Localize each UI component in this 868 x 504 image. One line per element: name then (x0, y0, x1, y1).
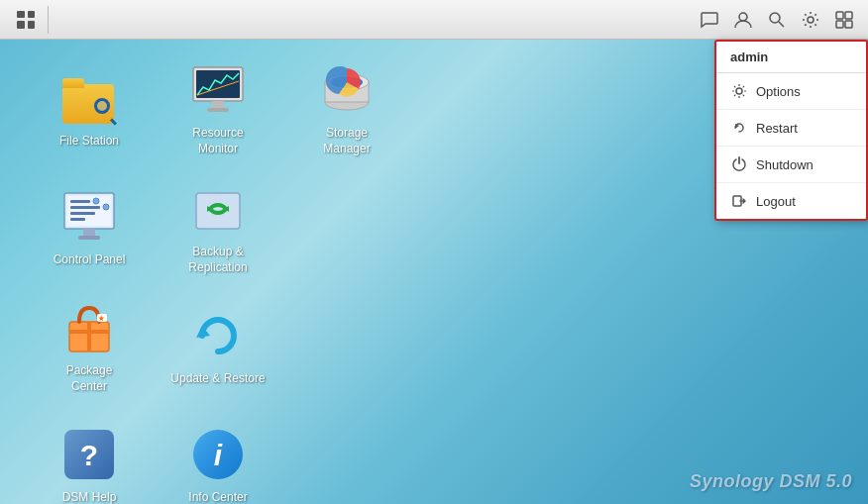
storage-manager-svg (319, 62, 375, 118)
widgets-icon (834, 10, 854, 30)
svg-rect-11 (207, 108, 229, 112)
restart-label: Restart (756, 121, 798, 136)
control-panel-icon[interactable]: Control Panel (30, 168, 149, 287)
svg-rect-5 (845, 12, 852, 19)
svg-point-0 (739, 13, 747, 21)
svg-text:?: ? (80, 439, 98, 471)
dropdown-logout[interactable]: Logout (716, 183, 866, 219)
chat-button[interactable] (694, 4, 725, 36)
control-panel-label: Control Panel (54, 252, 126, 268)
desktop-icons-container: File Station ResourceMonitor (30, 50, 416, 504)
taskbar-left (0, 2, 694, 38)
settings-button[interactable] (795, 4, 826, 36)
svg-text:★: ★ (98, 315, 105, 322)
svg-point-23 (93, 198, 99, 204)
desktop: File Station ResourceMonitor (0, 0, 868, 504)
settings-icon (801, 10, 820, 30)
info-center-label: Info Center (188, 490, 247, 504)
options-label: Options (756, 84, 801, 99)
taskbar-divider (48, 6, 49, 34)
svg-rect-20 (70, 206, 100, 209)
resource-monitor-svg (191, 65, 245, 115)
resource-monitor-icon[interactable]: ResourceMonitor (159, 50, 277, 168)
user-button[interactable] (727, 4, 759, 36)
options-icon (730, 82, 748, 100)
svg-point-40 (736, 88, 742, 94)
grid-icon (17, 11, 35, 29)
resource-monitor-label: ResourceMonitor (192, 126, 243, 156)
dropdown-restart[interactable]: Restart (716, 110, 866, 147)
taskbar-right (694, 4, 868, 36)
backup-replication-icon[interactable]: Backup & Replication (159, 168, 277, 287)
svg-rect-25 (83, 229, 95, 236)
update-restore-label: Update & Restore (170, 371, 265, 387)
svg-rect-19 (70, 200, 90, 203)
info-center-svg: i (191, 428, 245, 481)
svg-line-2 (779, 22, 784, 27)
user-dropdown-menu: admin Options Restart (714, 40, 868, 221)
dropdown-shutdown[interactable]: Shutdown (716, 147, 866, 183)
svg-point-1 (770, 13, 780, 23)
shutdown-icon (730, 155, 748, 173)
app-grid-button[interactable] (8, 2, 44, 38)
file-station-icon[interactable]: File Station (30, 50, 149, 168)
search-button[interactable] (761, 4, 793, 36)
logout-label: Logout (756, 194, 796, 209)
dropdown-options[interactable]: Options (716, 73, 866, 110)
file-station-label: File Station (59, 134, 119, 150)
synology-watermark: Synology DSM 5.0 (690, 471, 852, 492)
search-icon (767, 10, 787, 30)
restart-icon (730, 119, 748, 137)
dsm-help-icon[interactable]: ? DSM Help (30, 406, 149, 504)
logout-icon (730, 192, 748, 210)
storage-manager-icon[interactable]: StorageManager (287, 50, 406, 168)
info-center-icon[interactable]: i Info Center (159, 406, 277, 504)
folder-tab (62, 78, 84, 88)
package-center-svg: ★ (61, 300, 117, 355)
taskbar (0, 0, 868, 40)
update-restore-svg (190, 308, 246, 363)
backup-replication-label: Backup & Replication (166, 245, 270, 275)
update-restore-icon[interactable]: Update & Restore (159, 287, 277, 406)
svg-rect-21 (70, 212, 95, 215)
magnifier (94, 98, 118, 122)
svg-point-24 (103, 204, 109, 210)
dsm-help-svg: ? (62, 428, 116, 481)
shutdown-label: Shutdown (756, 157, 814, 172)
svg-rect-6 (836, 21, 843, 28)
svg-rect-4 (836, 12, 843, 19)
storage-manager-label: StorageManager (323, 126, 370, 156)
svg-point-3 (808, 17, 814, 23)
svg-rect-32 (87, 322, 91, 352)
user-icon (733, 10, 753, 30)
package-center-icon[interactable]: ★ PackageCenter (30, 287, 149, 406)
widgets-button[interactable] (828, 4, 860, 36)
svg-text:i: i (214, 439, 223, 471)
svg-rect-26 (78, 236, 100, 240)
svg-rect-22 (70, 218, 85, 221)
svg-rect-7 (845, 21, 852, 28)
package-center-label: PackageCenter (66, 363, 113, 394)
chat-icon (700, 10, 719, 30)
dsm-help-label: DSM Help (62, 490, 117, 504)
svg-rect-9 (196, 70, 240, 98)
svg-rect-10 (212, 101, 224, 108)
control-panel-svg (62, 191, 116, 243)
dropdown-username: admin (716, 42, 866, 73)
backup-svg (190, 181, 246, 237)
